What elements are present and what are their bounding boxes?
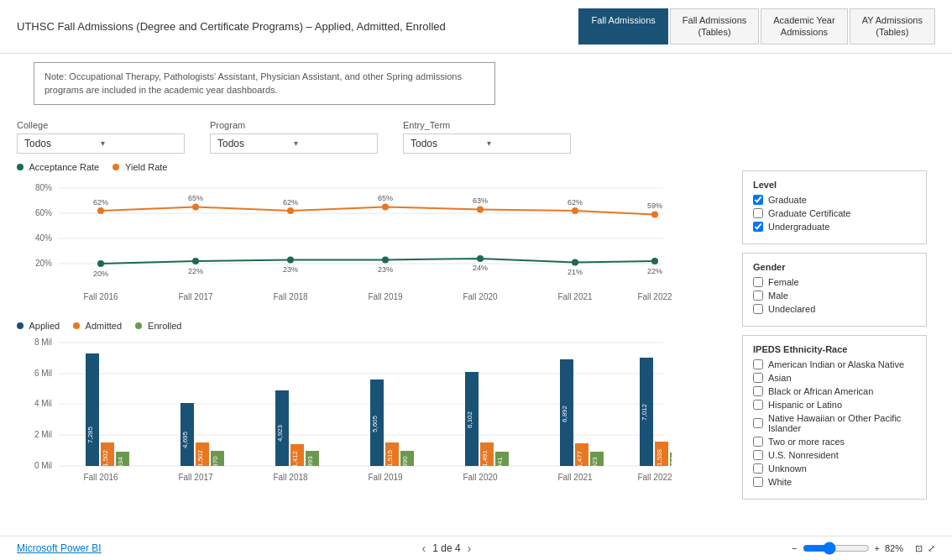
- svg-text:970: 970: [212, 455, 219, 467]
- level-grad-cert-checkbox[interactable]: [753, 208, 763, 218]
- gender-female-checkbox[interactable]: [753, 277, 763, 287]
- tab-ay-admissions[interactable]: Academic YearAdmissions: [761, 8, 847, 44]
- svg-text:63%: 63%: [473, 196, 488, 205]
- eth-hispanic-label: Hispanic or Latino: [768, 400, 842, 410]
- fit-to-page-icon[interactable]: ⊡: [915, 543, 923, 554]
- acc-dot-2016: [97, 260, 104, 267]
- eth-unknown-checkbox[interactable]: [753, 463, 763, 474]
- fullscreen-icon[interactable]: ⤢: [928, 543, 935, 554]
- svg-text:1,491: 1,491: [481, 449, 489, 467]
- page-title: UTHSC Fall Admissions (Degree and Certif…: [17, 20, 446, 33]
- eth-nhopi-checkbox[interactable]: [753, 418, 763, 428]
- enrolled-dot: [135, 322, 142, 329]
- zoom-plus[interactable]: +: [875, 543, 880, 553]
- svg-text:22%: 22%: [647, 267, 662, 275]
- eth-white-checkbox[interactable]: [753, 477, 763, 487]
- zoom-slider[interactable]: [803, 542, 870, 555]
- yield-dot-2016: [97, 207, 104, 214]
- svg-text:Fall 2018: Fall 2018: [273, 292, 308, 301]
- bar-chart-legend: Applied Admitted Enrolled: [17, 321, 721, 331]
- acceptance-dot: [17, 164, 24, 170]
- line-chart-section: Acceptance Rate Yield Rate 80% 60%: [17, 162, 721, 312]
- svg-text:7,012: 7,012: [641, 403, 648, 421]
- level-undergrad: Undergraduate: [753, 222, 916, 232]
- svg-text:Fall 2017: Fall 2017: [178, 292, 213, 301]
- eth-nhopi-label: Native Hawaiian or Other Pacific Islande…: [768, 413, 916, 433]
- gender-section: Gender Female Male Undeclared: [742, 253, 927, 327]
- svg-text:Fall 2018: Fall 2018: [273, 473, 308, 482]
- svg-text:7,285: 7,285: [50, 392, 57, 410]
- acc-dot-2022: [651, 258, 658, 264]
- svg-text:62%: 62%: [568, 198, 583, 207]
- eth-two-more-label: Two or more races: [768, 437, 845, 447]
- svg-text:0 Mil: 0 Mil: [34, 461, 52, 470]
- next-page-button[interactable]: ›: [468, 542, 472, 555]
- applied-label: Applied: [29, 321, 60, 331]
- level-graduate-checkbox[interactable]: [753, 195, 763, 205]
- gender-female-label: Female: [768, 277, 799, 287]
- gender-male-checkbox[interactable]: [753, 290, 763, 301]
- level-section: Level Graduate Graduate Certificate Unde…: [742, 170, 927, 244]
- tab-fall-tables[interactable]: Fall Admissions(Tables): [670, 8, 759, 44]
- prev-page-button[interactable]: ‹: [422, 542, 426, 555]
- program-value: Todos: [217, 138, 294, 149]
- level-graduate-label: Graduate: [768, 195, 807, 205]
- entry-term-select[interactable]: Todos ▾: [403, 133, 571, 154]
- tab-fall-admissions[interactable]: Fall Admissions: [578, 8, 667, 44]
- bar-chart: 8 Mil 6 Mil 4 Mil 2 Mil 0 Mil 7,285: [17, 334, 672, 489]
- tab-ay-tables[interactable]: AY Admissions(Tables): [850, 8, 935, 44]
- college-chevron: ▾: [101, 139, 177, 148]
- nav-tabs: Fall Admissions Fall Admissions(Tables) …: [578, 8, 935, 44]
- level-title: Level: [753, 180, 916, 190]
- eth-asian-checkbox[interactable]: [753, 373, 763, 383]
- eth-aian-checkbox[interactable]: [753, 359, 763, 369]
- gender-undeclared-checkbox[interactable]: [753, 304, 763, 314]
- filter-college: College Todos ▾: [17, 120, 185, 154]
- admitted-dot: [73, 322, 80, 329]
- eth-aian-label: American Indian or Alaska Native: [768, 359, 904, 369]
- svg-text:Fall 2021: Fall 2021: [557, 292, 593, 301]
- yield-dot-2022: [651, 211, 658, 217]
- acc-dot-2018: [287, 256, 294, 263]
- svg-text:904: 904: [669, 456, 672, 468]
- eth-two-more-checkbox[interactable]: [753, 437, 763, 447]
- entry-term-label: Entry_Term: [403, 120, 571, 130]
- eth-hispanic-checkbox[interactable]: [753, 400, 763, 410]
- svg-text:22%: 22%: [188, 267, 203, 275]
- eth-nonresident-label: U.S. Nonresident: [768, 450, 839, 460]
- ethnicity-title: IPEDS Ethnicity-Race: [753, 344, 916, 354]
- gender-title: Gender: [753, 262, 916, 272]
- pagination: ‹ 1 de 4 ›: [422, 542, 472, 555]
- svg-text:6 Mil: 6 Mil: [34, 369, 52, 378]
- powerbi-link[interactable]: Microsoft Power BI: [17, 542, 102, 554]
- svg-text:993: 993: [306, 455, 314, 467]
- svg-text:4,923: 4,923: [276, 424, 284, 442]
- svg-text:62%: 62%: [93, 198, 108, 207]
- svg-text:62%: 62%: [283, 198, 298, 207]
- svg-text:6,102: 6,102: [466, 411, 473, 428]
- svg-text:23%: 23%: [378, 265, 393, 274]
- eth-nonresident-checkbox[interactable]: [753, 450, 763, 460]
- svg-text:65%: 65%: [378, 194, 393, 202]
- svg-text:941: 941: [496, 456, 504, 468]
- applied-legend: Applied: [17, 321, 60, 331]
- svg-text:5,605: 5,605: [371, 415, 379, 432]
- eth-aian: American Indian or Alaska Native: [753, 359, 916, 369]
- svg-text:Fall 2022: Fall 2022: [637, 292, 672, 301]
- bottom-bar: Microsoft Power BI ‹ 1 de 4 › − + 82% ⊡ …: [0, 536, 952, 560]
- college-select[interactable]: Todos ▾: [17, 133, 185, 154]
- level-undergrad-checkbox[interactable]: [753, 222, 763, 232]
- svg-text:6,892: 6,892: [561, 405, 568, 422]
- admitted-legend: Admitted: [73, 321, 122, 331]
- zoom-minus[interactable]: −: [792, 543, 797, 553]
- acc-dot-2021: [572, 259, 578, 265]
- svg-text:4,695: 4,695: [181, 431, 189, 448]
- college-value: Todos: [24, 138, 101, 149]
- eth-unknown-label: Unknown: [768, 463, 807, 474]
- entry-term-value: Todos: [411, 138, 487, 149]
- svg-text:24%: 24%: [473, 264, 488, 272]
- program-select[interactable]: Todos ▾: [210, 133, 378, 154]
- charts-area: Acceptance Rate Yield Rate 80% 60%: [17, 162, 721, 516]
- eth-black-checkbox[interactable]: [753, 386, 763, 396]
- zoom-bar: − + 82% ⊡ ⤢: [792, 542, 935, 555]
